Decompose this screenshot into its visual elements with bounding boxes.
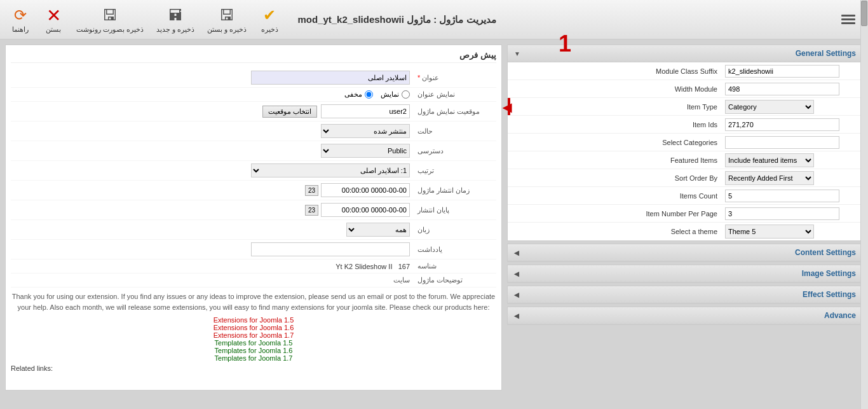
select-theme-label: Select a theme [508, 225, 722, 238]
general-settings-arrow: ▼ [514, 50, 520, 57]
link-extensions-joomla-17[interactable]: Extensions for Joomla 1.7 [11, 331, 496, 339]
item-number-per-page-control [722, 206, 862, 221]
effect-settings-label: Effect Settings [803, 290, 856, 299]
title-input[interactable] [251, 71, 410, 85]
scrollbar-track[interactable] [860, 0, 868, 396]
image-settings-arrow: ◀ [514, 270, 519, 277]
item-number-per-page-input[interactable] [725, 207, 839, 220]
notes-row: یادداشت [11, 240, 496, 260]
items-count-row: Items Count [508, 187, 862, 205]
module-class-suffix-row: Module Class Suffix [508, 62, 862, 80]
image-settings-header[interactable]: ◀ Image Settings [508, 265, 862, 282]
save-new-button[interactable]: 🖬 ذخیره و جدید [151, 3, 200, 36]
select-theme-select[interactable]: Theme 5 Theme 1 Theme 2 [725, 225, 814, 239]
link-templates-joomla-17[interactable]: Templates for Joomla 1.7 [11, 354, 496, 362]
sort-order-row: Sort Order By Recently Added First Recen… [508, 169, 862, 187]
main-content: ▼ General Settings 1 Module Class Suffix [0, 39, 868, 396]
show-radio-label[interactable]: نمایش [381, 90, 410, 99]
close-icon: ✕ [43, 5, 64, 25]
sort-order-select[interactable]: Recently Added First Recently Modified F… [725, 171, 814, 185]
hide-radio[interactable] [365, 90, 373, 99]
publish-end-row: پایان انتشار 23 [11, 200, 496, 220]
scrollbar-thumb[interactable] [861, 1, 867, 26]
width-module-row: Width Module 2 [508, 80, 862, 98]
link-templates-joomla-16[interactable]: Templates for Joomla 1.6 [11, 347, 496, 354]
status-label: حالت [414, 121, 496, 141]
save-copy-button[interactable]: 🖫 ذخیره بصورت رونوشت [71, 3, 149, 36]
content-settings-header[interactable]: ◀ Content Settings [508, 244, 862, 261]
order-select[interactable]: 1: اسلایدر اصلی [251, 163, 410, 177]
publish-start-label: زمان انتشار ماژول [414, 181, 496, 200]
width-module-label: Width Module [508, 83, 722, 95]
save-close-icon: 🖫 [217, 5, 237, 25]
red-arrow-indicator: ◀ [503, 101, 512, 114]
item-type-row: Item Type Category Items ◀ [508, 98, 862, 116]
items-count-control [722, 188, 862, 204]
item-number-per-page-label: Item Number Per Page [508, 207, 722, 220]
language-select[interactable]: همه [346, 223, 410, 237]
effect-settings-header[interactable]: ◀ Effect Settings [508, 286, 862, 303]
position-input[interactable] [321, 104, 410, 118]
publish-end-input[interactable] [321, 203, 410, 217]
content-settings-section: ◀ Content Settings [507, 244, 863, 262]
publish-end-calendar-button[interactable]: 23 [305, 205, 318, 216]
title-control [11, 68, 414, 88]
publish-start-row: زمان انتشار ماژول 23 [11, 181, 496, 200]
access-label: دسترسی [414, 141, 496, 161]
items-count-input[interactable] [725, 190, 839, 202]
access-row: دسترسی Public Registered Special [11, 141, 496, 161]
general-settings-label: General Settings [796, 49, 856, 58]
settings-panel: ▼ General Settings 1 Module Class Suffix [507, 45, 863, 391]
required-star: * [417, 74, 420, 81]
module-class-suffix-input[interactable] [725, 65, 839, 78]
menu-lines-button[interactable] [839, 12, 858, 27]
link-templates-joomla-15[interactable]: Templates for Joomla 1.5 [11, 339, 496, 347]
width-module-control [722, 81, 862, 97]
item-number-per-page-row: Item Number Per Page [508, 205, 862, 223]
show-title-row: نمایش عنوان نمایش مخفی [11, 88, 496, 102]
show-title-control: نمایش مخفی [11, 88, 414, 102]
publish-start-calendar-button[interactable]: 23 [305, 185, 318, 196]
toolbar: مدیریت ماژول : ماژول mod_yt_k2_slideshow… [0, 0, 868, 39]
link-extensions-joomla-15[interactable]: Extensions for Joomla 1.5 [11, 316, 496, 324]
access-select[interactable]: Public Registered Special [321, 144, 410, 158]
publish-end-date: 23 [15, 203, 410, 217]
save-button[interactable]: ✔ ذخیره [254, 3, 285, 36]
language-label: زبان [414, 220, 496, 240]
site-control: سایت [11, 274, 414, 288]
save-new-icon: 🖬 [165, 5, 186, 25]
select-theme-control: Theme 5 Theme 1 Theme 2 [722, 223, 862, 240]
save-icon: ✔ [259, 5, 280, 25]
site-value: سایت [393, 276, 410, 284]
width-module-input[interactable] [725, 83, 839, 95]
image-settings-section: ◀ Image Settings [507, 265, 863, 283]
publish-start-input[interactable] [321, 183, 410, 197]
save-close-button[interactable]: 🖫 ذخیره و بستن [202, 3, 252, 36]
module-class-suffix-label: Module Class Suffix [508, 65, 722, 78]
order-row: ترتیب 1: اسلایدر اصلی [11, 161, 496, 181]
items-count-label: Items Count [508, 190, 722, 202]
item-type-select[interactable]: Category Items [725, 100, 814, 114]
item-ids-row: Item Ids [508, 116, 862, 134]
advance-arrow: ◀ [514, 312, 519, 319]
show-title-radio-group: نمایش مخفی [15, 90, 410, 99]
hide-radio-label[interactable]: مخفی [344, 90, 373, 99]
featured-items-select[interactable]: Include featured items Exclude featured … [725, 153, 814, 167]
notes-input[interactable] [251, 242, 410, 256]
featured-items-row: Featured Items Include featured items Ex… [508, 151, 862, 169]
advance-section: ◀ Advance [507, 307, 863, 325]
select-theme-row: Select a theme Theme 5 Theme 1 Theme 2 [508, 223, 862, 240]
select-categories-input[interactable] [725, 136, 839, 149]
link-extensions-joomla-16[interactable]: Extensions for Joomla 1.6 [11, 324, 496, 331]
close-button[interactable]: ✕ بستن [38, 3, 69, 36]
advance-header[interactable]: ◀ Advance [508, 307, 862, 324]
item-ids-input[interactable] [725, 118, 839, 131]
show-radio[interactable] [402, 90, 410, 99]
select-position-button[interactable]: انتخاب موقعیت [262, 106, 317, 118]
help-button[interactable]: ⟳ راهنما [5, 3, 36, 36]
language-row: زبان همه [11, 220, 496, 240]
related-links-title: Related links: [11, 362, 496, 375]
effect-settings-section: ◀ Effect Settings [507, 286, 863, 304]
help-icon: ⟳ [10, 5, 31, 25]
status-select[interactable]: منتشر شده پیش‌نویس [321, 124, 410, 138]
